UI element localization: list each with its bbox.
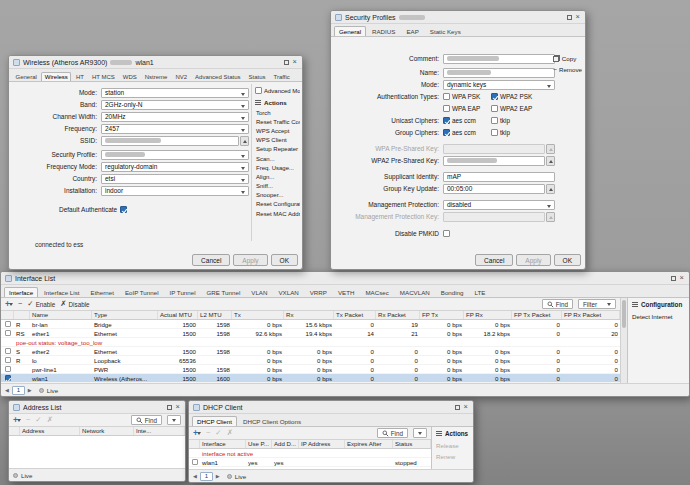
col-type[interactable]: Type (92, 311, 158, 319)
close-icon[interactable]: × (175, 403, 181, 411)
group-key-collapse-button[interactable] (546, 184, 555, 194)
ssid-collapse-button[interactable] (240, 136, 249, 146)
group-aes-ccm-checkbox[interactable]: aes ccm (443, 129, 491, 136)
row-checkbox[interactable] (1, 357, 14, 363)
row-checkbox[interactable] (1, 348, 14, 354)
close-icon[interactable]: × (292, 58, 298, 66)
enable-button[interactable]: ✓Enable (27, 300, 55, 308)
wpa-psk-checkbox[interactable]: WPA PSK (443, 93, 491, 100)
col-network[interactable]: Network (80, 427, 134, 435)
cancel-button[interactable]: Cancel (192, 254, 230, 266)
tab-static-keys[interactable]: Static Keys (425, 26, 466, 36)
add-dropdown-icon[interactable] (9, 303, 13, 308)
row-checkbox[interactable] (1, 330, 14, 336)
tab-bonding[interactable]: Bonding (436, 287, 469, 297)
security-profiles-titlebar[interactable]: Security Profiles × (331, 11, 585, 24)
tab-general[interactable]: General (334, 26, 366, 36)
tab-nstreme[interactable]: Nstreme (141, 72, 171, 81)
col-status[interactable]: Status (393, 440, 431, 448)
tab-advanced-status[interactable]: Advanced Status (192, 72, 244, 81)
tab-interface[interactable]: Interface (4, 287, 38, 297)
action-torch[interactable]: Torch (255, 108, 300, 117)
tab-ht[interactable]: HT (72, 72, 87, 81)
address-list-titlebar[interactable]: Address List × (9, 401, 185, 414)
tab-ip-tunnel[interactable]: IP Tunnel (165, 287, 201, 297)
interface-comment-row[interactable]: poe-out status: voltage_too_low (1, 338, 620, 347)
wireless-titlebar[interactable]: Wireless (Atheros AR9300) wlan1 × (9, 56, 302, 69)
cancel-button[interactable]: Cancel (475, 254, 513, 266)
next-page-icon[interactable]: ▶ (28, 387, 32, 393)
find-button[interactable]: Find (542, 299, 573, 309)
interface-row-ether1[interactable]: RS ether1 Ethernet 1500 1598 92.6 kbps 1… (1, 329, 620, 338)
maximize-icon[interactable] (284, 60, 289, 65)
tab-macsec[interactable]: MACsec (360, 287, 393, 297)
action-setup-repeater[interactable]: Setup Repeater (255, 145, 300, 154)
col-actual-mtu[interactable]: Actual MTU (158, 311, 198, 319)
live-indicator-icon[interactable] (39, 388, 44, 393)
maximize-icon[interactable] (567, 15, 572, 20)
dhcp-client-titlebar[interactable]: DHCP Client × (189, 401, 473, 414)
row-checkbox[interactable] (1, 375, 14, 381)
advanced-mode-toggle[interactable]: Advanced Mode (255, 87, 300, 94)
advanced-mode-checkbox[interactable] (255, 87, 262, 94)
filter-dropdown[interactable]: Filter (578, 299, 616, 309)
remove-button[interactable]: − (206, 429, 210, 437)
col-fp-rx[interactable]: FP Rx (464, 311, 512, 319)
channel-width-select[interactable]: 20MHz (101, 112, 249, 122)
col-interface[interactable]: Interface (200, 440, 246, 448)
tab-traffic[interactable]: Traffic (270, 72, 293, 81)
frequency-select[interactable]: 2457 (101, 124, 249, 134)
release-button[interactable]: Release (432, 440, 473, 451)
disable-pmkid-checkbox[interactable] (443, 230, 450, 237)
action-wps-accept[interactable]: WPS Accept (255, 126, 300, 135)
action-freq-usage[interactable]: Freq. Usage... (255, 163, 300, 172)
renew-button[interactable]: Renew (432, 451, 473, 462)
col-fp-rx-packet[interactable]: FP Rx Packet (562, 311, 620, 319)
action-align[interactable]: Align... (255, 172, 300, 181)
name-input[interactable] (443, 68, 555, 78)
col-add-default-route[interactable]: Add D... (272, 440, 299, 448)
live-indicator-icon[interactable] (13, 473, 18, 478)
tab-ethernet[interactable]: Ethernet (86, 287, 119, 297)
interface-list-titlebar[interactable]: Interface List × (1, 272, 689, 285)
interface-row-lo[interactable]: R lo Loopback 65536 0 bps 0 bps 0 0 0 bp… (1, 356, 620, 365)
group-tkip-checkbox[interactable]: tkip (491, 129, 539, 136)
apply-button[interactable]: Apply (233, 254, 267, 266)
tab-vrrp[interactable]: VRRP (305, 287, 332, 297)
close-icon[interactable]: × (575, 13, 581, 21)
col-tx[interactable]: Tx (232, 311, 284, 319)
ssid-input[interactable] (101, 136, 239, 146)
action-sniff[interactable]: Sniff... (255, 182, 300, 191)
unicast-tkip-checkbox[interactable]: tkip (491, 117, 539, 124)
default-authenticate-checkbox[interactable] (120, 206, 127, 213)
tab-wds[interactable]: WDS (119, 72, 140, 81)
row-checkbox[interactable] (1, 321, 14, 327)
action-scan[interactable]: Scan... (255, 154, 300, 163)
tab-status[interactable]: Status (245, 72, 269, 81)
prev-page-icon[interactable]: ◀ (193, 473, 197, 479)
close-icon[interactable]: × (463, 403, 469, 411)
tab-eoip-tunnel[interactable]: EoIP Tunnel (120, 287, 164, 297)
action-snooper[interactable]: Snooper... (255, 191, 300, 200)
supplicant-identity-input[interactable]: mAP (443, 172, 555, 182)
action-reset-traffic-counters[interactable]: Reset Traffic Counters (255, 117, 300, 126)
page-indicator[interactable]: 1 (200, 472, 213, 481)
col-tx-packet[interactable]: Tx Packet (334, 311, 376, 319)
management-protection-select[interactable]: disabled (443, 200, 555, 210)
tab-ht-mcs[interactable]: HT MCS (88, 72, 118, 81)
wpa-eap-checkbox[interactable]: WPA EAP (443, 105, 491, 112)
remove-button[interactable]: − (18, 300, 22, 308)
live-indicator-icon[interactable] (227, 474, 232, 479)
dhcp-comment-row[interactable]: interface not active (189, 449, 431, 458)
group-key-update-input[interactable]: 00:05:00 (443, 184, 545, 194)
page-indicator[interactable]: 1 (12, 386, 25, 395)
tab-lte[interactable]: LTE (469, 287, 490, 297)
col-address[interactable]: Address (20, 427, 80, 435)
add-dropdown-icon[interactable] (197, 432, 201, 437)
interface-row-br-lan[interactable]: R br-lan Bridge 1500 1598 0 bps 15.6 kbp… (1, 320, 620, 329)
enable-button[interactable]: ✓ (35, 416, 41, 424)
col-ip-address[interactable]: IP Address (299, 440, 345, 448)
tab-nv2[interactable]: NV2 (172, 72, 191, 81)
col-name[interactable]: Name (30, 311, 92, 319)
security-profile-select[interactable] (101, 150, 249, 160)
